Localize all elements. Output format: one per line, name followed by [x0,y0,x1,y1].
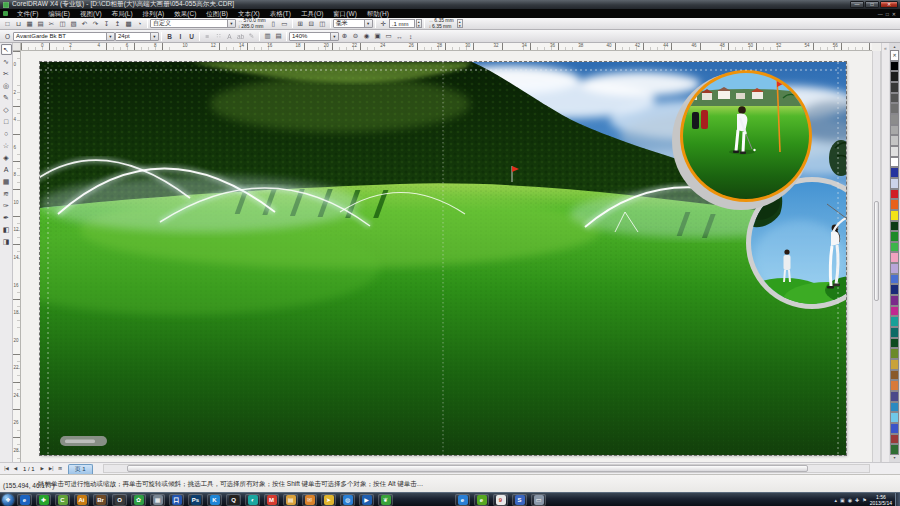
palette-swatch[interactable] [890,167,899,178]
italic-button[interactable]: I [175,31,186,41]
browser-swirl-icon[interactable]: ◐ [245,494,260,506]
display-tray-icon[interactable]: ▣ [840,497,845,503]
pick-tool[interactable]: ↖ [1,44,12,55]
last-page-button[interactable]: ▶| [47,464,56,473]
first-page-button[interactable]: |◀ [2,464,11,473]
illustrator-icon[interactable]: Ai [74,494,89,506]
palette-swatch[interactable] [890,370,899,381]
palette-swatch[interactable] [890,178,899,189]
menu-item[interactable]: 布局(L) [107,9,138,18]
app-launcher-button[interactable]: ▩ [123,19,134,29]
palette-no-color[interactable]: ✕ [890,50,899,61]
globe-app-icon[interactable]: ◍ [340,494,355,506]
safety-tray-icon[interactable]: ✚ [855,497,859,503]
welcome-button[interactable]: ◔ [134,19,145,29]
show-desktop-button[interactable] [895,493,900,506]
docker-collapse-icon[interactable]: « [884,45,887,51]
font-combo[interactable]: AvantGarde Bk BT [13,32,115,41]
palette-swatch[interactable] [890,93,899,104]
character-button[interactable]: ab [235,31,246,41]
blend-tool[interactable]: ≋ [1,188,12,199]
photoshop-icon[interactable]: Ps [188,494,203,506]
nine-app-icon[interactable]: 9 [493,494,508,506]
green-bird-app-icon[interactable]: ❦ [378,494,393,506]
palette-swatch[interactable] [890,402,899,413]
photos-app-icon[interactable]: ▦ [150,494,165,506]
palette-swatch[interactable] [890,306,899,317]
green-e-app-icon[interactable]: e [474,494,489,506]
palette-swatch[interactable] [890,199,899,210]
green-app-icon[interactable]: ✿ [131,494,146,506]
document-page-artwork[interactable] [40,62,846,455]
units-icon-button[interactable]: ◫ [317,19,328,29]
palette-swatch[interactable] [890,444,899,455]
zoom-selected-button[interactable]: ◉ [361,31,372,41]
dup-y-field[interactable]: 6.35 mm [432,24,451,29]
menu-item[interactable]: 位图(B) [201,9,233,18]
paste-button[interactable]: ▧ [68,19,79,29]
doc-close-button[interactable]: ✕ [892,10,896,18]
palette-swatch[interactable] [890,412,899,423]
horizontal-scroll-thumb[interactable] [127,465,808,472]
crop-tool[interactable]: ✂ [1,68,12,79]
taskbar-clock[interactable]: 1:56 2013/5/14 [870,494,892,506]
ellipse-tool[interactable]: ○ [1,128,12,139]
m-app-icon[interactable]: M [264,494,279,506]
palette-swatch[interactable] [890,146,899,157]
menu-item[interactable]: 工具(O) [296,9,328,18]
palette-swatch[interactable] [890,210,899,221]
zoom-all-button[interactable]: ▣ [372,31,383,41]
palette-swatch[interactable] [890,295,899,306]
add-page-button[interactable]: ⊞ [56,464,65,473]
palette-swatch[interactable] [890,71,899,82]
palette-swatch[interactable] [890,348,899,359]
minimize-button[interactable]: — [850,1,864,8]
bullets-button[interactable]: ∷ [213,31,224,41]
print-button[interactable]: ▤ [35,19,46,29]
eyedropper-tool[interactable]: ✑ [1,200,12,211]
hidden-icons-button[interactable]: ▴ [834,497,837,503]
media-player-icon[interactable]: ▶ [359,494,374,506]
page-height-field[interactable]: 285.0 mm [241,24,263,29]
units-combo[interactable]: 毫米 [333,19,373,28]
menu-item[interactable]: 排列(A) [138,9,170,18]
bridge-icon[interactable]: Br [93,494,108,506]
current-page-button[interactable]: ⊟ [306,19,317,29]
palette-swatch[interactable] [890,157,899,168]
zoom-level-combo[interactable]: 140% [289,32,339,41]
coreldraw-icon[interactable]: C [55,494,70,506]
volume-tray-icon[interactable]: ◉ [848,497,852,503]
menu-item[interactable]: 表格(T) [265,9,296,18]
zoom-out-button[interactable]: ⊖ [350,31,361,41]
doc-restore-button[interactable]: □ [886,10,889,18]
duplicate-spinner[interactable]: ▲▼ [457,19,463,28]
prev-page-button[interactable]: ◀ [11,464,20,473]
palette-swatch[interactable] [890,221,899,232]
table-tool[interactable]: ▦ [1,176,12,187]
palette-swatch[interactable] [890,189,899,200]
copy-button[interactable]: ◫ [57,19,68,29]
palette-swatch[interactable] [890,263,899,274]
cut-button[interactable]: ✂ [46,19,57,29]
palette-swatch[interactable] [890,423,899,434]
export-button[interactable]: ↥ [112,19,123,29]
vertical-scroll-thumb[interactable] [874,201,879,301]
security-app-icon[interactable]: ✚ [36,494,51,506]
horizontal-text-button[interactable]: ▥ [262,31,273,41]
interactive-fill-tool[interactable]: ◨ [1,236,12,247]
bold-button[interactable]: B [164,31,175,41]
office-app-icon[interactable]: O [112,494,127,506]
page-tab-1[interactable]: 页 1 [68,464,93,474]
palette-swatch[interactable] [890,316,899,327]
nudge-spinner[interactable]: ▲▼ [416,19,422,28]
palette-swatch[interactable] [890,434,899,445]
zoom-width-button[interactable]: ↔ [394,31,405,41]
palette-swatch[interactable] [890,242,899,253]
palette-swatch[interactable] [890,103,899,114]
shape-tool[interactable]: ∿ [1,56,12,67]
drop-cap-button[interactable]: A [224,31,235,41]
palette-down-button[interactable]: ▾ [893,455,895,461]
input-app-icon[interactable]: S [512,494,527,506]
outline-tool[interactable]: ✒ [1,212,12,223]
vertical-scrollbar[interactable] [872,51,881,462]
